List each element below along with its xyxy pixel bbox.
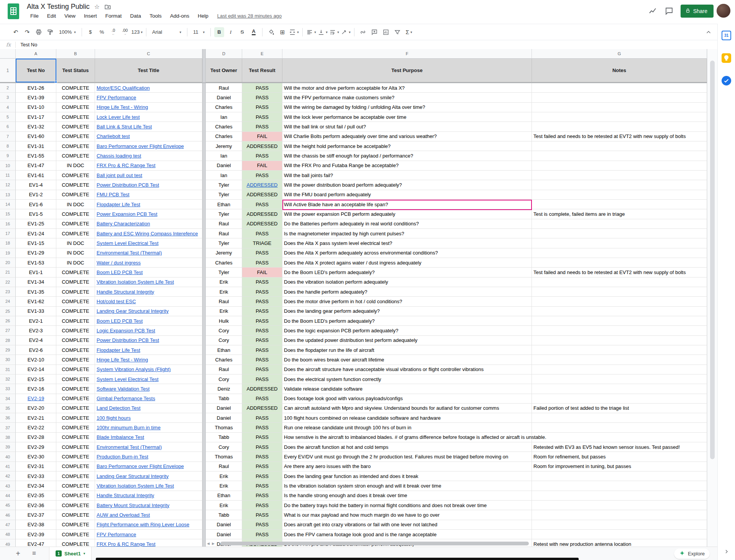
cell-test-result[interactable]: PASS xyxy=(242,501,282,510)
cell-test-owner[interactable]: Tyler xyxy=(206,238,242,248)
cell-test-result[interactable]: PASS xyxy=(242,365,282,374)
cell-notes[interactable] xyxy=(532,180,707,190)
cell-test-status[interactable]: COMPLETE xyxy=(56,112,95,122)
frozen-column-divider[interactable] xyxy=(202,287,206,297)
cell-test-status[interactable]: COMPLETE xyxy=(56,151,95,161)
row-header-23[interactable]: 23 xyxy=(0,287,16,297)
frozen-column-divider[interactable] xyxy=(202,491,206,501)
frozen-column-divider[interactable] xyxy=(202,336,206,345)
vertical-scrollbar[interactable] xyxy=(707,49,717,547)
cell-notes[interactable] xyxy=(532,219,707,229)
frozen-column-divider[interactable] xyxy=(202,278,206,287)
cell-test-owner[interactable]: Ethan xyxy=(206,200,242,209)
cell-test-purpose[interactable]: Will the FPV performance make customers … xyxy=(282,93,532,102)
cell-test-title[interactable]: Environmental Test (Thermal) xyxy=(95,442,202,452)
row-header-8[interactable]: 8 xyxy=(0,141,16,151)
frozen-column-divider[interactable] xyxy=(202,530,206,539)
frozen-column-divider[interactable] xyxy=(202,394,206,404)
cell-notes[interactable] xyxy=(532,122,707,131)
insert-chart-button[interactable] xyxy=(381,27,391,37)
frozen-column-divider[interactable] xyxy=(202,471,206,481)
cell-test-title[interactable]: 100 flight hours xyxy=(95,413,202,423)
cell-test-no[interactable]: EV2-3 xyxy=(16,326,56,335)
column-header-E[interactable]: E xyxy=(242,49,282,59)
cell-test-no[interactable]: EV1-6 xyxy=(16,200,56,209)
cell-test-no[interactable]: EV1-61 xyxy=(16,171,56,180)
frozen-column-divider[interactable] xyxy=(202,520,206,530)
cell-test-owner[interactable]: Erik xyxy=(206,471,242,481)
cell-test-result[interactable]: ADDRESSED xyxy=(242,209,282,219)
cell-test-status[interactable]: COMPLETE xyxy=(56,132,95,141)
row-header-19[interactable]: 19 xyxy=(0,248,16,258)
cell-notes[interactable] xyxy=(532,141,707,151)
cell-notes[interactable] xyxy=(532,248,707,258)
cell-test-owner[interactable]: Raul xyxy=(206,297,242,306)
move-to-folder-icon[interactable] xyxy=(104,3,111,10)
frozen-column-divider[interactable] xyxy=(202,268,206,277)
row-header-40[interactable]: 40 xyxy=(0,452,16,461)
cell-test-status[interactable]: COMPLETE xyxy=(56,229,95,238)
decrease-decimal-button[interactable]: .0← xyxy=(108,27,118,37)
cell-notes[interactable] xyxy=(532,103,707,112)
cell-test-no[interactable]: EV2-4 xyxy=(16,336,56,345)
sheet-tab-menu-caret[interactable]: ▾ xyxy=(84,552,85,555)
text-color-button[interactable]: A xyxy=(249,27,259,37)
row-header-43[interactable]: 43 xyxy=(0,481,16,491)
calendar-icon[interactable]: 31 xyxy=(722,31,731,40)
cell-test-title[interactable]: Charliebolt test xyxy=(95,132,202,141)
cell-test-title[interactable]: Land Detection Test xyxy=(95,404,202,413)
row-header-2[interactable]: 2 xyxy=(0,83,16,93)
cell-test-no[interactable]: EV1-17 xyxy=(16,112,56,122)
frozen-column-divider[interactable] xyxy=(202,307,206,316)
cell-test-title[interactable]: Flight Performance with Ring Lever Loose xyxy=(95,520,202,530)
frozen-column-divider[interactable] xyxy=(202,365,206,374)
cell-test-result[interactable]: PASS xyxy=(242,200,282,209)
row-header-35[interactable]: 35 xyxy=(0,404,16,413)
cell-test-result[interactable]: PASS xyxy=(242,336,282,345)
cell-test-purpose[interactable]: Is the magnetometer impacted by high cur… xyxy=(282,229,532,238)
row-header-47[interactable]: 47 xyxy=(0,520,16,530)
frozen-column-divider[interactable] xyxy=(202,248,206,258)
cell-test-no[interactable]: EV2-38 xyxy=(16,520,56,530)
cell-test-result[interactable]: PASS xyxy=(242,258,282,268)
insert-comment-button[interactable] xyxy=(369,27,379,37)
cell-test-result[interactable]: FAIL xyxy=(242,161,282,171)
column-header-G[interactable]: G xyxy=(532,49,707,59)
cell-test-owner[interactable]: Jeremy xyxy=(206,248,242,258)
frozen-column-divider[interactable] xyxy=(202,229,206,238)
cell-test-no[interactable]: EV1-33 xyxy=(16,307,56,316)
cell-test-purpose[interactable]: How senstive is the aircraft to imbalanc… xyxy=(282,433,532,442)
user-avatar[interactable] xyxy=(717,4,730,18)
cell-test-owner[interactable]: Tabb xyxy=(206,510,242,520)
sheets-logo-icon[interactable] xyxy=(8,3,19,19)
cell-test-result[interactable]: PASS xyxy=(242,297,282,306)
cell-test-result[interactable]: PASS xyxy=(242,394,282,404)
frozen-column-divider[interactable] xyxy=(202,49,206,59)
cell-test-no[interactable]: EV1-15 xyxy=(16,238,56,248)
keep-icon[interactable] xyxy=(722,53,731,63)
cell-test-no[interactable]: EV1-53 xyxy=(16,258,56,268)
cell-test-status[interactable]: COMPLETE xyxy=(56,433,95,442)
cell-notes[interactable]: Test is complete, failed items are in tr… xyxy=(532,209,707,219)
cell-test-purpose[interactable]: Will the ball joints fail? xyxy=(282,171,532,180)
cell-test-purpose[interactable]: Will the FRX Pro and Futaba Range be acc… xyxy=(282,161,532,171)
column-header-D[interactable]: D xyxy=(206,49,242,59)
frozen-column-divider[interactable] xyxy=(202,404,206,413)
frozen-column-divider[interactable] xyxy=(202,103,206,112)
cell-notes[interactable] xyxy=(532,355,707,365)
cell-test-status[interactable]: COMPLETE xyxy=(56,345,95,355)
cell-test-result[interactable]: PASS xyxy=(242,83,282,93)
row-header-9[interactable]: 9 xyxy=(0,151,16,161)
cell-test-status[interactable]: IN DOC xyxy=(56,200,95,209)
cell-test-title[interactable]: Battery Characterization xyxy=(95,219,202,229)
row-header-46[interactable]: 46 xyxy=(0,510,16,520)
cell-test-no[interactable]: EV1-39 xyxy=(16,93,56,102)
cell-test-no[interactable]: EV2-1 xyxy=(16,316,56,326)
cell-notes[interactable]: Failed portion of test added to the tria… xyxy=(532,404,707,413)
cell-test-status[interactable]: COMPLETE xyxy=(56,520,95,530)
cell-test-purpose[interactable]: Does the Alta X protect agains water / d… xyxy=(282,258,532,268)
row-header-7[interactable]: 7 xyxy=(0,132,16,141)
row-header-15[interactable]: 15 xyxy=(0,209,16,219)
cell-test-result[interactable]: ADDRESSED xyxy=(242,180,282,190)
cell-test-owner[interactable]: Ian xyxy=(206,112,242,122)
